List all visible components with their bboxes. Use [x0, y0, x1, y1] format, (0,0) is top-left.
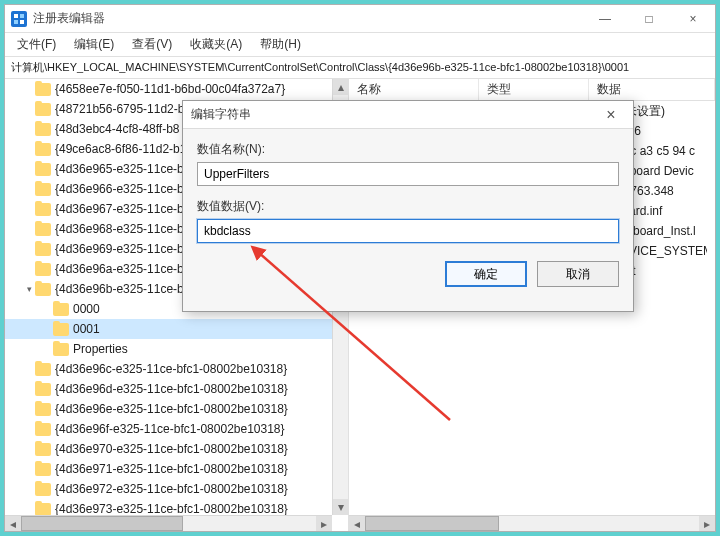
value-name-input[interactable]	[197, 162, 619, 186]
tree-item-label: {4d36e965-e325-11ce-bf	[55, 162, 187, 176]
value-name-label: 数值名称(N):	[197, 141, 619, 158]
minimize-button[interactable]: —	[583, 5, 627, 33]
tree-item[interactable]: {4d36e96f-e325-11ce-bfc1-08002be10318}	[5, 419, 332, 439]
folder-icon	[35, 283, 51, 296]
tree-item[interactable]: {4d36e96e-e325-11ce-bfc1-08002be10318}	[5, 399, 332, 419]
menu-file[interactable]: 文件(F)	[11, 34, 62, 55]
ok-button[interactable]: 确定	[445, 261, 527, 287]
twisty-open-icon[interactable]: ▾	[23, 284, 35, 294]
folder-icon	[35, 463, 51, 476]
folder-icon	[35, 363, 51, 376]
folder-icon	[53, 323, 69, 336]
column-data[interactable]: 数据	[589, 79, 715, 100]
scrollbar-thumb[interactable]	[365, 516, 499, 531]
dialog-close-button[interactable]: ×	[597, 104, 625, 126]
column-type[interactable]: 类型	[479, 79, 589, 100]
cancel-button[interactable]: 取消	[537, 261, 619, 287]
menu-favorites[interactable]: 收藏夹(A)	[184, 34, 248, 55]
close-button[interactable]: ×	[671, 5, 715, 33]
tree-item-label: {4d36e96b-e325-11ce-bf	[55, 282, 187, 296]
folder-icon	[35, 83, 51, 96]
edit-string-dialog: 编辑字符串 × 数值名称(N): 数值数据(V): 确定 取消	[182, 100, 634, 312]
value-data-label: 数值数据(V):	[197, 198, 619, 215]
svg-rect-3	[20, 20, 24, 24]
column-name[interactable]: 名称	[349, 79, 479, 100]
folder-icon	[35, 443, 51, 456]
folder-icon	[35, 243, 51, 256]
tree-item[interactable]: {4d36e971-e325-11ce-bfc1-08002be10318}	[5, 459, 332, 479]
menu-edit[interactable]: 编辑(E)	[68, 34, 120, 55]
dialog-body: 数值名称(N): 数值数据(V): 确定 取消	[183, 129, 633, 311]
scroll-right-icon[interactable]: ▸	[699, 516, 715, 531]
tree-item-label: {4d36e966-e325-11ce-bf	[55, 182, 187, 196]
tree-item-label: {4d36e971-e325-11ce-bfc1-08002be10318}	[55, 462, 288, 476]
scroll-up-icon[interactable]: ▴	[333, 79, 348, 95]
maximize-button[interactable]: □	[627, 5, 671, 33]
dialog-titlebar: 编辑字符串 ×	[183, 101, 633, 129]
tree-item-label: {48721b56-6795-11d2-b	[55, 102, 184, 116]
list-horizontal-scrollbar[interactable]: ◂ ▸	[349, 515, 715, 531]
svg-rect-0	[14, 14, 18, 18]
menu-help[interactable]: 帮助(H)	[254, 34, 307, 55]
tree-item-label: {48d3ebc4-4cf8-48ff-b8	[55, 122, 180, 136]
tree-item[interactable]: {4d36e970-e325-11ce-bfc1-08002be10318}	[5, 439, 332, 459]
tree-item-label: {4d36e968-e325-11ce-bf	[55, 222, 187, 236]
folder-icon	[35, 103, 51, 116]
window-title: 注册表编辑器	[33, 10, 583, 27]
tree-item-label: 0001	[73, 322, 100, 336]
tree-item-label: Properties	[73, 342, 128, 356]
tree-item-label: {4d36e96d-e325-11ce-bfc1-08002be10318}	[55, 382, 288, 396]
folder-icon	[35, 423, 51, 436]
folder-icon	[35, 403, 51, 416]
address-bar[interactable]: 计算机\HKEY_LOCAL_MACHINE\SYSTEM\CurrentCon…	[5, 57, 715, 79]
folder-icon	[35, 163, 51, 176]
titlebar: 注册表编辑器 — □ ×	[5, 5, 715, 33]
folder-icon	[53, 343, 69, 356]
scroll-left-icon[interactable]: ◂	[5, 516, 21, 531]
menu-view[interactable]: 查看(V)	[126, 34, 178, 55]
scrollbar-thumb[interactable]	[21, 516, 183, 531]
folder-icon	[35, 203, 51, 216]
tree-item[interactable]: {4658ee7e-f050-11d1-b6bd-00c04fa372a7}	[5, 79, 332, 99]
folder-icon	[35, 143, 51, 156]
scroll-left-icon[interactable]: ◂	[349, 516, 365, 531]
folder-icon	[35, 223, 51, 236]
tree-item[interactable]: {4d36e96d-e325-11ce-bfc1-08002be10318}	[5, 379, 332, 399]
tree-item-label: {4d36e96c-e325-11ce-bfc1-08002be10318}	[55, 362, 287, 376]
tree-item-label: {4658ee7e-f050-11d1-b6bd-00c04fa372a7}	[55, 82, 285, 96]
dialog-title: 编辑字符串	[191, 106, 251, 123]
tree-item-label: {4d36e970-e325-11ce-bfc1-08002be10318}	[55, 442, 288, 456]
tree-horizontal-scrollbar[interactable]: ◂ ▸	[5, 515, 332, 531]
tree-item-label: 0000	[73, 302, 100, 316]
tree-item[interactable]: Properties	[5, 339, 332, 359]
folder-icon	[35, 263, 51, 276]
tree-item[interactable]: 0001	[5, 319, 332, 339]
list-header: 名称 类型 数据	[349, 79, 715, 101]
value-data-input[interactable]	[197, 219, 619, 243]
tree-item-label: {4d36e96f-e325-11ce-bfc1-08002be10318}	[55, 422, 285, 436]
svg-rect-1	[20, 14, 24, 18]
folder-icon	[53, 303, 69, 316]
folder-icon	[35, 123, 51, 136]
menubar: 文件(F) 编辑(E) 查看(V) 收藏夹(A) 帮助(H)	[5, 33, 715, 57]
tree-item-label: {4d36e969-e325-11ce-bf	[55, 242, 187, 256]
tree-item[interactable]: {4d36e96c-e325-11ce-bfc1-08002be10318}	[5, 359, 332, 379]
tree-item[interactable]: {4d36e972-e325-11ce-bfc1-08002be10318}	[5, 479, 332, 499]
scroll-right-icon[interactable]: ▸	[316, 516, 332, 531]
folder-icon	[35, 503, 51, 516]
tree-item-label: {4d36e96e-e325-11ce-bfc1-08002be10318}	[55, 402, 288, 416]
folder-icon	[35, 183, 51, 196]
tree-item-label: {49ce6ac8-6f86-11d2-b1	[55, 142, 186, 156]
folder-icon	[35, 483, 51, 496]
tree-item-label: {4d36e972-e325-11ce-bfc1-08002be10318}	[55, 482, 288, 496]
registry-app-icon	[11, 11, 27, 27]
scroll-down-icon[interactable]: ▾	[333, 499, 348, 515]
svg-rect-2	[14, 20, 18, 24]
tree-item-label: {4d36e973-e325-11ce-bfc1-08002be10318}	[55, 502, 288, 516]
tree-item-label: {4d36e96a-e325-11ce-bf	[55, 262, 187, 276]
tree-item-label: {4d36e967-e325-11ce-bf	[55, 202, 187, 216]
folder-icon	[35, 383, 51, 396]
